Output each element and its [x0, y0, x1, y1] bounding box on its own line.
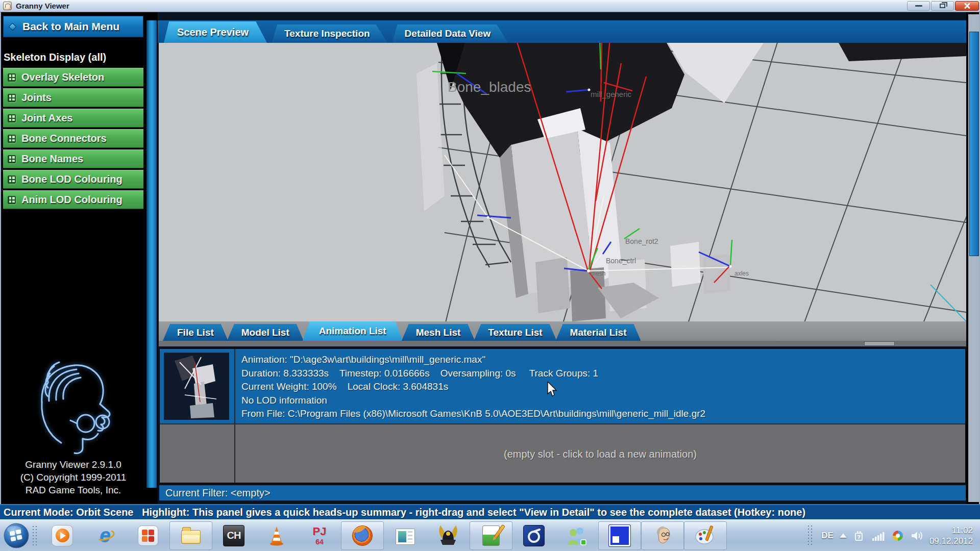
window-grid-icon	[8, 155, 16, 163]
tab-material-list[interactable]: Material List	[556, 324, 641, 341]
label-mill-generic: mill_generic	[591, 90, 632, 98]
horizontal-scrollbar-thumb[interactable]	[864, 341, 895, 346]
sidebar-splitter[interactable]	[146, 14, 157, 501]
tab-file-list[interactable]: File List	[163, 324, 228, 341]
volume-icon[interactable]	[910, 530, 923, 542]
taskbar-media-player[interactable]	[41, 521, 84, 550]
messenger-buddies-icon	[566, 524, 588, 547]
tray-date: 09.12.2012	[929, 536, 973, 546]
tray-time: 11:02	[929, 525, 973, 536]
blue-square-app-icon	[609, 525, 630, 546]
diamond-bullet-icon	[9, 22, 17, 31]
back-to-main-menu-button[interactable]: Back to Main Menu	[3, 16, 143, 37]
company: RAD Game Tools, Inc.	[1, 484, 145, 496]
taskbar-messenger[interactable]	[555, 521, 598, 550]
empty-animation-slot[interactable]: (empty slot - click to load a new animat…	[235, 425, 965, 483]
label-axles: axles	[734, 270, 749, 277]
3dsmax-icon	[523, 525, 545, 546]
toggle-anim-lod-colouring[interactable]: Anim LOD Colouring	[3, 190, 143, 209]
taskbar-paint[interactable]	[684, 521, 727, 550]
scene-render: Bone_blades mill_generic Bone_rot2 Bone_…	[159, 43, 966, 321]
sidebar: Back to Main Menu Skeleton Display (all)…	[1, 12, 145, 504]
windows-update-icon[interactable]	[892, 530, 904, 542]
network-signal-icon[interactable]	[871, 530, 886, 542]
show-hidden-icons-arrow[interactable]	[840, 533, 847, 538]
language-indicator[interactable]: DE	[821, 531, 834, 541]
toggle-joints[interactable]: Joints	[3, 88, 143, 107]
view-tabbar: Scene Preview Texture Inspection Detaile…	[158, 20, 966, 43]
window-grid-icon	[8, 73, 16, 82]
vertical-scrollbar[interactable]	[967, 14, 979, 502]
toggle-bone-connectors[interactable]: Bone Connectors	[3, 129, 143, 148]
tray-grip	[807, 524, 812, 547]
window-grid-icon	[8, 135, 16, 143]
media-center-icon	[138, 525, 158, 546]
folder-icon	[181, 530, 201, 544]
label-bone-rot2: Bone_rot2	[625, 237, 658, 245]
tray-clock[interactable]: 11:02 09.12.2012	[929, 525, 976, 546]
minimize-button[interactable]	[907, 1, 930, 11]
start-button[interactable]	[3, 522, 30, 549]
taskbar-3dsmax[interactable]	[512, 521, 555, 550]
restore-button[interactable]	[931, 1, 954, 11]
horizontal-scrollbar[interactable]	[159, 341, 966, 346]
label-bone-blades: Bone_blades	[448, 79, 531, 95]
taskbar-firefox[interactable]	[341, 521, 384, 550]
taskbar-vlc[interactable]	[255, 521, 298, 550]
taskbar-internet-explorer[interactable]: e	[84, 521, 127, 550]
power-plug-icon[interactable]	[853, 530, 865, 542]
taskbar-camstudio[interactable]: CH	[212, 521, 255, 550]
notepad-pencil-icon	[482, 525, 500, 546]
window-grid-icon	[8, 94, 16, 102]
taskbar-blue-app[interactable]	[598, 521, 641, 550]
taskbar-document-viewer[interactable]	[384, 521, 427, 550]
window-grid-icon	[8, 114, 16, 122]
close-icon	[964, 3, 970, 9]
list-tabbar: File List Model List Animation List Mesh…	[159, 321, 966, 341]
toggle-overlay-skeleton[interactable]: Overlay Skeleton	[3, 68, 143, 87]
tab-animation-list[interactable]: Animation List	[303, 321, 403, 341]
taskbar-editor[interactable]	[470, 521, 512, 550]
label-bone-ctrl: Bone_ctrl	[606, 257, 636, 265]
granny-face-icon	[651, 524, 674, 547]
toggle-bone-names[interactable]: Bone Names	[3, 149, 143, 168]
taskbar-media-center[interactable]	[127, 521, 169, 550]
taskbar-windows-explorer[interactable]	[169, 521, 212, 550]
animation-list-panel: Animation: "D:\age3w\art\buildings\mill\…	[159, 348, 966, 484]
status-text: Current Mode: Orbit Scene Highlight: Thi…	[4, 507, 805, 518]
app-version: Granny Viewer 2.9.1.0	[1, 458, 145, 471]
tab-scene-preview[interactable]: Scene Preview	[164, 21, 267, 43]
toggle-bone-lod-colouring[interactable]: Bone LOD Colouring	[3, 170, 143, 189]
tab-detailed-data-view[interactable]: Detailed Data View	[393, 24, 508, 43]
internet-explorer-icon: e	[93, 524, 117, 547]
paint-palette-icon	[694, 524, 717, 547]
toggle-joint-axes[interactable]: Joint Axes	[3, 109, 143, 128]
tab-texture-inspection[interactable]: Texture Inspection	[272, 24, 387, 43]
tab-mesh-list[interactable]: Mesh List	[402, 324, 475, 341]
taskbar-grip	[32, 525, 39, 546]
label-mesh: mesh	[591, 270, 605, 277]
window-grid-icon	[8, 196, 16, 204]
main-panel: Scene Preview Texture Inspection Detaile…	[158, 12, 966, 504]
taskbar-granny-viewer[interactable]	[641, 521, 684, 550]
ch-icon: CH	[223, 525, 244, 546]
window-grid-icon	[8, 176, 16, 184]
tab-model-list[interactable]: Model List	[227, 324, 304, 341]
animation-duration-stats: Duration: 8.333333s Timestep: 0.016666s …	[241, 367, 705, 381]
window-titlebar[interactable]: Granny Viewer	[0, 0, 980, 12]
back-to-main-menu-label: Back to Main Menu	[22, 20, 119, 33]
taskbar-project64[interactable]: PJ 64	[298, 521, 341, 550]
taskbar-samurai-game[interactable]	[427, 521, 470, 550]
animation-path: Animation: "D:\age3w\art\buildings\mill\…	[241, 353, 705, 367]
animation-thumbnail[interactable]	[164, 353, 229, 420]
project64-icon: PJ 64	[313, 526, 327, 545]
scene-viewport[interactable]: Bone_blades mill_generic Bone_rot2 Bone_…	[159, 43, 966, 321]
animation-weight-clock: Current Weight: 100% Local Clock: 3.6048…	[241, 380, 705, 394]
tab-texture-list[interactable]: Texture List	[474, 324, 556, 341]
animation-details: Animation: "D:\age3w\art\buildings\mill\…	[241, 353, 705, 421]
granny-app-icon	[3, 2, 12, 10]
current-filter-label: Current Filter: <empty>	[165, 487, 271, 499]
close-button[interactable]	[955, 1, 979, 11]
mouse-cursor	[547, 382, 558, 397]
vertical-scrollbar-thumb[interactable]	[969, 32, 979, 256]
